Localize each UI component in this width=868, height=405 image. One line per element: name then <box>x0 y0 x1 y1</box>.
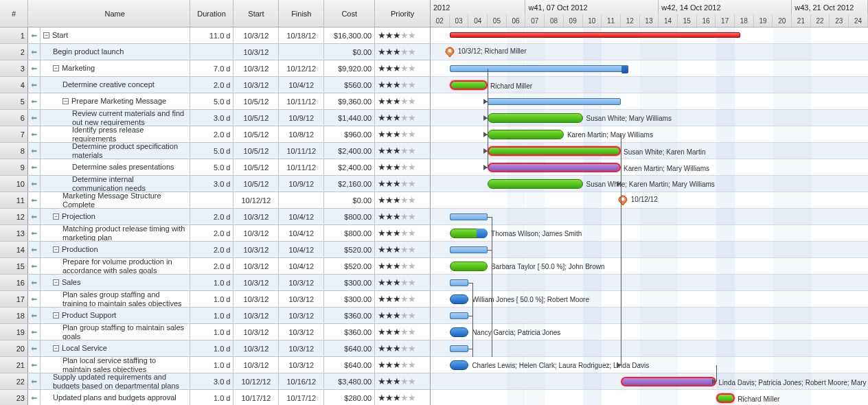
task-name-cell[interactable]: Prepare for volume production in accorda… <box>41 258 190 274</box>
cell-dur[interactable]: 1.0 d <box>190 390 234 405</box>
day-header[interactable]: 02 <box>431 14 450 27</box>
gantt-bar[interactable] <box>450 32 741 38</box>
table-row[interactable]: 1−Start11.0 d10/3/1210/18/12$16,300.00★★… <box>0 27 430 44</box>
table-row[interactable]: 15Prepare for volume production in accor… <box>0 258 430 275</box>
priority-stars[interactable]: ★★★★★ <box>375 373 430 389</box>
cell-finish[interactable]: 10/3/12 <box>279 291 324 307</box>
cell-start[interactable]: 10/5/12 <box>233 110 279 126</box>
day-header[interactable]: 05 <box>488 14 507 27</box>
priority-stars[interactable]: ★★★★★ <box>375 176 430 192</box>
cell-finish[interactable]: 10/8/12 <box>279 126 324 142</box>
gantt-bar[interactable] <box>450 213 488 220</box>
day-header[interactable]: 12 <box>621 14 640 27</box>
gantt-bar[interactable] <box>450 279 469 286</box>
cell-finish[interactable]: 10/17/12 <box>279 390 324 405</box>
priority-stars[interactable]: ★★★★★ <box>375 77 430 93</box>
task-name-cell[interactable]: Updated plans and budgets approval <box>41 390 190 405</box>
cell-finish[interactable]: 10/11/12 <box>279 93 324 109</box>
col-indicator[interactable] <box>28 0 41 27</box>
cell-dur[interactable]: 5.0 d <box>190 159 234 175</box>
task-name-cell[interactable]: −Sales <box>41 275 190 290</box>
cell-finish[interactable]: 10/11/12 <box>279 159 324 175</box>
collapse-toggle[interactable]: − <box>43 32 49 38</box>
table-row[interactable]: 21Plan local service staffing to maintai… <box>0 357 430 373</box>
cell-start[interactable]: 10/3/12 <box>233 77 279 93</box>
priority-stars[interactable]: ★★★★★ <box>375 340 430 356</box>
priority-stars[interactable]: ★★★★★ <box>375 110 430 126</box>
cell-finish[interactable]: 10/11/12 <box>279 143 324 159</box>
table-row[interactable]: 6Review current materials and find out n… <box>0 110 430 126</box>
cell-start[interactable]: 10/3/12 <box>233 258 279 274</box>
table-row[interactable]: 4Determine creative concept2.0 d10/3/121… <box>0 77 430 93</box>
cell-cost[interactable]: $360.00 <box>324 308 375 323</box>
week-header[interactable]: w42, 14 Oct 2012 <box>659 0 792 14</box>
task-name-cell[interactable]: −Local Service <box>41 340 190 356</box>
cell-dur[interactable]: 1.0 d <box>190 275 234 290</box>
table-row[interactable]: 3−Marketing7.0 d10/3/1210/12/12$9,920.00… <box>0 60 430 77</box>
cell-finish[interactable]: 10/16/12 <box>279 373 324 389</box>
gantt-bar[interactable]: Susan White; Mary Williams <box>488 113 583 123</box>
cell-start[interactable]: 10/3/12 <box>233 225 279 241</box>
cell-dur[interactable]: 7.0 d <box>190 60 234 76</box>
cell-start[interactable]: 10/3/12 <box>233 60 279 76</box>
cell-cost[interactable]: $1,440.00 <box>324 110 375 126</box>
cell-start[interactable]: 10/5/12 <box>233 176 279 192</box>
collapse-toggle[interactable]: − <box>53 65 59 71</box>
table-row[interactable]: 12−Projection2.0 d10/3/1210/4/12$800.00★… <box>0 209 430 225</box>
gantt-bar[interactable] <box>450 65 628 72</box>
col-cost[interactable]: Cost <box>324 0 375 27</box>
table-row[interactable]: 17Plan sales group staffing and training… <box>0 291 430 308</box>
collapse-toggle[interactable]: − <box>53 345 59 351</box>
task-name-cell[interactable]: Determine product specification material… <box>41 143 190 159</box>
cell-start[interactable]: 10/3/12 <box>233 308 279 323</box>
cell-dur[interactable]: 2.0 d <box>190 209 234 224</box>
priority-stars[interactable]: ★★★★★ <box>375 93 430 109</box>
cell-dur[interactable]: 5.0 d <box>190 93 234 109</box>
cell-cost[interactable]: $640.00 <box>324 340 375 356</box>
table-row[interactable]: 11Marketing Message Structure Complete10… <box>0 192 430 209</box>
week-header[interactable]: 2012 <box>431 0 525 14</box>
gantt-body[interactable]: 10/3/12; Richard MillerRichard MillerSus… <box>431 27 868 405</box>
task-name-cell[interactable]: Matching product release timing with mar… <box>41 225 190 241</box>
priority-stars[interactable]: ★★★★★ <box>375 258 430 274</box>
task-name-cell[interactable]: Begin product launch <box>41 44 190 60</box>
day-header[interactable]: 03 <box>450 14 469 27</box>
cell-start[interactable]: 10/3/12 <box>233 324 279 340</box>
task-name-cell[interactable]: Marketing Message Structure Complete <box>41 192 190 208</box>
table-row[interactable]: 16−Sales1.0 d10/3/1210/3/12$300.00★★★★★ <box>0 275 430 291</box>
priority-stars[interactable]: ★★★★★ <box>375 225 430 241</box>
task-name-cell[interactable]: Identify press release requirements <box>41 126 190 142</box>
gantt-bar[interactable]: Richard Miller <box>716 393 735 403</box>
priority-stars[interactable]: ★★★★★ <box>375 44 430 60</box>
cell-start[interactable]: 10/3/12 <box>233 209 279 224</box>
cell-cost[interactable]: $0.00 <box>324 44 375 60</box>
priority-stars[interactable]: ★★★★★ <box>375 291 430 307</box>
day-header[interactable]: 20 <box>773 14 792 27</box>
day-header[interactable]: 19 <box>754 14 773 27</box>
table-row[interactable]: 2Begin product launch10/3/12$0.00★★★★★ <box>0 44 430 60</box>
cell-cost[interactable]: $3,480.00 <box>324 373 375 389</box>
table-row[interactable]: 20−Local Service1.0 d10/3/1210/3/12$640.… <box>0 340 430 357</box>
cell-start[interactable]: 10/3/12 <box>233 44 279 60</box>
task-name-cell[interactable]: Determine sales presentations <box>41 159 190 175</box>
week-header[interactable]: w43, 21 Oct 2012 <box>792 0 868 14</box>
cell-dur[interactable]: 5.0 d <box>190 143 234 159</box>
cell-start[interactable]: 10/3/12 <box>233 242 279 257</box>
cell-cost[interactable]: $960.00 <box>324 126 375 142</box>
cell-dur[interactable]: 1.0 d <box>190 291 234 307</box>
collapse-toggle[interactable]: − <box>53 279 59 286</box>
cell-start[interactable]: 10/3/12 <box>233 340 279 356</box>
cell-cost[interactable]: $520.00 <box>324 258 375 274</box>
priority-stars[interactable]: ★★★★★ <box>375 390 430 405</box>
cell-start[interactable]: 10/3/12 <box>233 357 279 373</box>
day-header[interactable]: 09 <box>564 14 583 27</box>
cell-start[interactable]: 10/5/12 <box>233 159 279 175</box>
gantt-bar[interactable]: Karen Martin; Mary Williams <box>488 130 564 139</box>
task-name-cell[interactable]: −Projection <box>41 209 190 224</box>
milestone-icon[interactable] <box>444 47 455 58</box>
table-row[interactable]: 7Identify press release requirements2.0 … <box>0 126 430 143</box>
collapse-toggle[interactable]: − <box>53 312 59 319</box>
cell-finish[interactable]: 10/9/12 <box>279 176 324 192</box>
task-name-cell[interactable]: Determine creative concept <box>41 77 190 93</box>
milestone-icon[interactable] <box>617 195 628 206</box>
